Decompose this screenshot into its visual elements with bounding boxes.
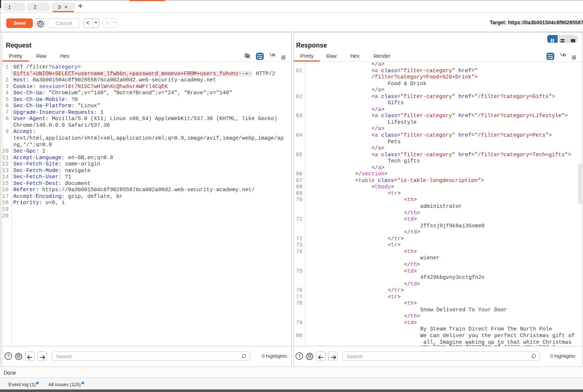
- svg-text:?: ?: [7, 353, 10, 359]
- svg-text:?: ?: [298, 353, 301, 359]
